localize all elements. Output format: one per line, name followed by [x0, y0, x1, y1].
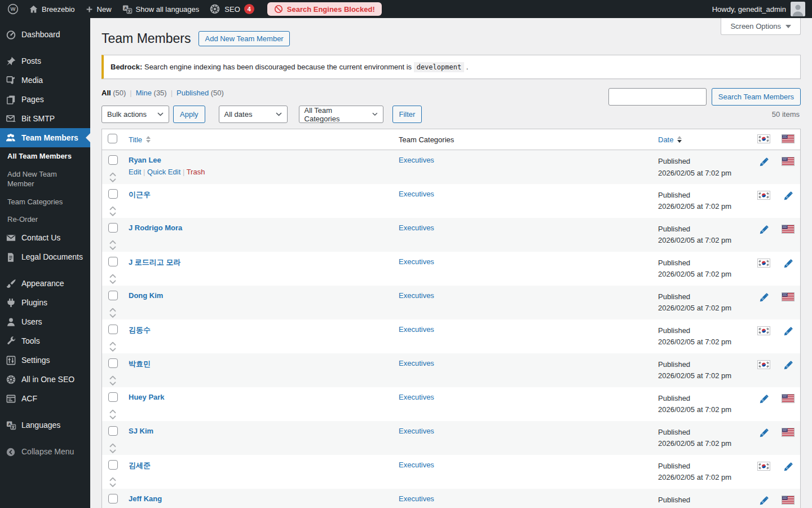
edit-translation-icon[interactable] [758, 225, 769, 235]
search-engines-blocked-button[interactable]: Search Engines Blocked! [267, 2, 382, 16]
sidebar-item-legal-documents[interactable]: Legal Documents [0, 248, 90, 267]
row-title-link[interactable]: 김세준 [129, 461, 151, 470]
seo-menu[interactable]: SEO 4 [204, 0, 259, 18]
row-checkbox[interactable] [108, 325, 118, 334]
category-link[interactable]: Executives [399, 325, 434, 334]
row-title-link[interactable]: Huey Park [129, 393, 165, 401]
new-content-menu[interactable]: New [80, 0, 117, 18]
row-checkbox[interactable] [108, 358, 118, 368]
dates-select[interactable]: All dates [219, 106, 288, 123]
sidebar-item-collapse-menu[interactable]: Collapse Menu [0, 443, 90, 462]
category-link[interactable]: Executives [399, 393, 434, 401]
row-checkbox[interactable] [108, 155, 118, 165]
search-team-members-button[interactable]: Search Team Members [712, 88, 801, 106]
edit-translation-icon[interactable] [758, 496, 769, 506]
team-categories-select[interactable]: All Team Categories [299, 106, 383, 123]
category-link[interactable]: Executives [399, 359, 434, 367]
sidebar-item-acf[interactable]: ACF [0, 389, 90, 409]
sidebar-subitem-all-team-members[interactable]: All Team Members [0, 147, 90, 165]
row-checkbox[interactable] [108, 426, 118, 436]
sidebar-item-languages[interactable]: ALanguages [0, 416, 90, 435]
category-link[interactable]: Executives [399, 494, 434, 503]
reorder-handle[interactable] [109, 205, 123, 217]
edit-translation-icon[interactable] [783, 360, 793, 371]
my-account-menu[interactable]: Howdy, genedit_admin [712, 2, 812, 16]
reorder-handle[interactable] [109, 341, 123, 353]
reorder-handle[interactable] [109, 307, 123, 319]
category-link[interactable]: Executives [399, 156, 434, 164]
row-title-link[interactable]: SJ Kim [129, 427, 153, 435]
view-published[interactable]: Published [176, 89, 209, 97]
edit-translation-icon[interactable] [758, 428, 769, 439]
reorder-handle[interactable] [109, 375, 123, 387]
row-title-link[interactable]: Dong Kim [129, 291, 163, 300]
sort-by-date[interactable]: Date [658, 135, 682, 144]
bulk-actions-select[interactable]: Bulk actions [102, 106, 169, 123]
filter-button[interactable]: Filter [392, 106, 422, 123]
row-checkbox[interactable] [108, 291, 118, 300]
row-checkbox[interactable] [108, 189, 118, 199]
edit-translation-icon[interactable] [758, 394, 769, 405]
sort-by-title[interactable]: Title [129, 135, 151, 144]
sidebar-item-tools[interactable]: Tools [0, 332, 90, 351]
row-checkbox[interactable] [108, 223, 118, 233]
trash-link[interactable]: Trash [187, 168, 205, 176]
reorder-handle[interactable] [109, 172, 123, 183]
sidebar-item-contact-us[interactable]: Contact Us [0, 229, 90, 248]
category-link[interactable]: Executives [399, 427, 434, 435]
reorder-handle[interactable] [109, 476, 123, 488]
row-title-link[interactable]: 이근우 [129, 190, 151, 199]
row-title-link[interactable]: 박효민 [129, 360, 151, 368]
row-title-link[interactable]: J Rodrigo Mora [129, 224, 182, 232]
sidebar-item-dashboard[interactable]: Dashboard [0, 25, 90, 44]
sidebar-subitem-add-new-team-member[interactable]: Add New Team Member [0, 165, 90, 193]
sidebar-item-users[interactable]: Users [0, 313, 90, 332]
reorder-handle[interactable] [109, 443, 123, 454]
row-checkbox[interactable] [108, 257, 118, 266]
row-title-link[interactable]: J 로드리고 모라 [129, 258, 180, 266]
apply-button[interactable]: Apply [173, 106, 205, 123]
category-link[interactable]: Executives [399, 224, 434, 232]
sidebar-item-pages[interactable]: Pages [0, 90, 90, 109]
view-mine[interactable]: Mine [136, 89, 152, 97]
category-link[interactable]: Executives [399, 257, 434, 266]
show-all-languages-menu[interactable]: A Show all languages [117, 0, 205, 18]
sidebar-subitem-re-order[interactable]: Re-Order [0, 211, 90, 229]
row-checkbox[interactable] [108, 460, 118, 470]
add-new-team-member-button[interactable]: Add New Team Member [198, 31, 289, 46]
sidebar-item-appearance[interactable]: Appearance [0, 274, 90, 294]
sidebar-subitem-team-categories[interactable]: Team Categories [0, 193, 90, 211]
search-input[interactable] [608, 88, 707, 106]
reorder-handle[interactable] [109, 273, 123, 285]
category-link[interactable]: Executives [399, 291, 434, 300]
edit-translation-icon[interactable] [783, 462, 793, 472]
wordpress-logo[interactable]: W [2, 0, 24, 18]
category-link[interactable]: Executives [399, 461, 434, 469]
reorder-handle[interactable] [109, 239, 123, 251]
sidebar-item-bit-smtp[interactable]: Bit SMTP [0, 109, 90, 128]
edit-translation-icon[interactable] [783, 191, 793, 202]
sidebar-item-all-in-one-seo[interactable]: All in One SEO [0, 370, 90, 389]
edit-translation-icon[interactable] [758, 157, 769, 168]
row-checkbox[interactable] [108, 392, 118, 402]
view-all[interactable]: All [102, 89, 111, 97]
category-link[interactable]: Executives [399, 190, 434, 198]
sidebar-item-plugins[interactable]: Plugins [0, 294, 90, 313]
row-title-link[interactable]: Jeff Kang [129, 494, 162, 503]
sidebar-item-media[interactable]: Media [0, 71, 90, 90]
row-title-link[interactable]: 김동수 [129, 326, 151, 334]
sidebar-item-team-members[interactable]: Team Members [0, 128, 90, 147]
row-title-link[interactable]: Ryan Lee [129, 156, 161, 164]
site-menu[interactable]: Breezebio [24, 0, 80, 18]
sidebar-item-settings[interactable]: Settings [0, 351, 90, 370]
edit-translation-icon[interactable] [783, 326, 793, 337]
edit-translation-icon[interactable] [758, 292, 769, 303]
edit-link[interactable]: Edit [129, 168, 141, 176]
reorder-handle[interactable] [109, 409, 123, 421]
screen-options-button[interactable]: Screen Options [721, 18, 801, 35]
row-checkbox[interactable] [108, 494, 118, 503]
select-all-checkbox[interactable] [108, 134, 117, 143]
edit-translation-icon[interactable] [783, 259, 793, 269]
quick-edit-link[interactable]: Quick Edit [147, 168, 180, 176]
sidebar-item-posts[interactable]: Posts [0, 51, 90, 71]
